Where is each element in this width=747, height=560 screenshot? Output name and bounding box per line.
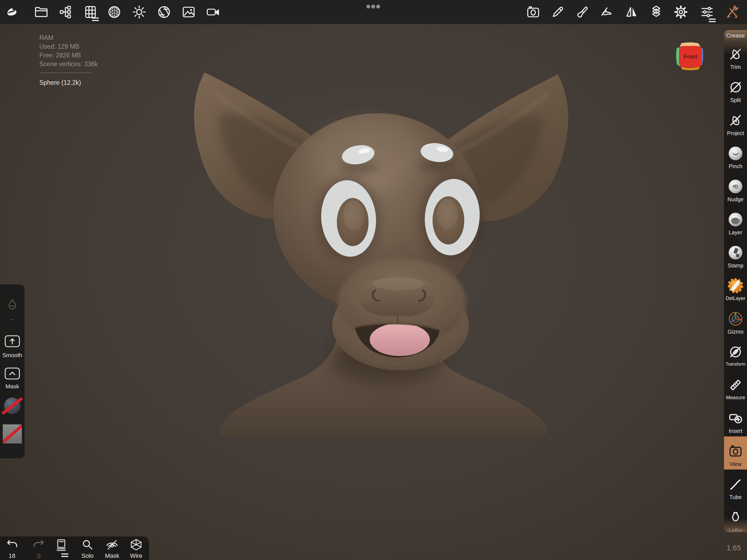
insert-icon [728,410,743,426]
undo-count: 18 [5,552,19,559]
solo-label: Solo [78,552,97,559]
tools-wrench-brush-icon[interactable] [725,4,740,20]
tool-split[interactable]: Split [724,73,747,105]
solo-button[interactable] [80,538,95,552]
screenshot-camera-icon[interactable] [525,4,541,20]
model-head [194,73,568,437]
scene-graph-icon[interactable] [58,4,73,20]
tool-sidebar: Crease Trim Split Project Pinch [724,30,747,532]
topology-submenu-indicator [92,18,99,21]
symmetry-mirror-icon[interactable] [624,4,639,20]
cube-front-label: Front [684,53,697,59]
smooth-label: Smooth [0,352,25,358]
nudge-thumbnail [728,179,743,194]
layers-icon[interactable] [649,4,664,20]
tool-dellayer[interactable]: DelLayer [724,271,747,304]
square-preview [3,424,22,443]
tool-crease[interactable]: Crease [724,32,747,39]
settings-gear-icon[interactable] [673,4,689,20]
lighting-sun-icon[interactable] [131,4,147,20]
top-toolbar [0,0,747,24]
stats-used: Used: 129 MB [40,42,98,51]
disabled-slash [1,397,23,415]
multitask-handle[interactable] [366,5,380,8]
sliders-submenu-indicator [709,19,716,22]
pencil-icon[interactable] [550,4,565,20]
redo-count: 0 [32,552,46,559]
stats-title: RAM [40,33,98,42]
stamp-thumbnail [728,245,743,260]
tool-stamp[interactable]: Stamp [724,238,747,271]
nomad-sculpt-app: { "stats": { "title": "RAM", "used": "Us… [0,0,747,560]
intensity-drop-icon[interactable] [0,298,25,311]
measure-icon [728,377,743,393]
stats-vertices: Scene vertices: 336k [40,59,98,68]
stats-free: Free: 2826 MB [40,51,98,59]
gizmo-icon [728,311,743,327]
brush-options-panel: - Smooth Mask [0,284,25,458]
pinch-thumbnail [728,146,743,161]
tool-measure[interactable]: Measure [724,370,747,403]
tongue [370,323,430,356]
postprocess-aperture-icon[interactable] [156,4,172,20]
mask-visibility-button[interactable] [105,538,119,552]
view-camera-icon [728,443,743,459]
app-logo-icon[interactable] [4,4,20,20]
orientation-cube[interactable]: Front [674,41,707,73]
texture-square-thumbnail[interactable] [0,424,25,443]
disabled-slash [3,424,22,443]
tool-view[interactable]: View [724,436,747,469]
interface-sliders-icon[interactable] [699,4,715,20]
alpha-sphere-thumbnail[interactable] [0,398,25,414]
sculpt-viewport[interactable] [0,0,747,560]
stats-divider: ------------------------ [40,68,98,77]
lathe-icon [728,510,743,525]
stylus-hand-icon[interactable] [599,4,615,20]
turntable-video-icon[interactable] [205,4,221,20]
wireframe-button[interactable] [129,538,143,552]
history-book-button[interactable] [54,538,68,552]
tool-insert[interactable]: Insert [724,403,747,436]
tool-tube[interactable]: Tube [724,469,747,503]
transform-icon [728,344,743,360]
smooth-button[interactable] [0,335,25,348]
paintbrush-icon[interactable] [575,4,590,20]
redo-button[interactable] [32,538,46,552]
tool-trim[interactable]: Trim [724,40,747,73]
tube-icon [728,477,743,492]
project-icon [728,113,743,128]
bottom-toolbar: 18 0 Solo Mask Wire [0,536,149,560]
layer-thumbnail [728,212,743,227]
background-image-icon[interactable] [181,4,196,20]
intensity-minus-label: - [0,315,25,324]
wireframe-label: Wire [126,552,146,559]
split-icon [728,80,743,95]
tool-nudge[interactable]: Nudge [724,172,747,205]
files-folder-icon[interactable] [34,4,49,20]
tool-layer[interactable]: Layer [724,205,747,238]
memory-stats: RAM Used: 129 MB Free: 2826 MB Scene ver… [40,33,98,87]
history-submenu-indicator [61,554,68,557]
tool-pinch[interactable]: Pinch [724,138,747,172]
trim-icon [728,47,743,62]
dellayer-thumbnail [728,278,743,294]
tool-project[interactable]: Project [724,105,747,138]
matcap-sphere-icon[interactable] [107,4,122,20]
mask-label: Mask [0,383,25,390]
tool-transform[interactable]: Transform [724,337,747,370]
tool-gizmo[interactable]: Gizmo [724,304,747,337]
viewport-scale-label: 1.65 [726,544,741,552]
undo-button[interactable] [5,538,19,552]
sphere-preview [4,398,21,414]
mask-button[interactable] [0,367,25,380]
tool-lathe[interactable]: Lathe [724,503,747,532]
selected-object-label: Sphere (12.2k) [40,78,98,87]
mask-visibility-label: Mask [102,552,123,559]
